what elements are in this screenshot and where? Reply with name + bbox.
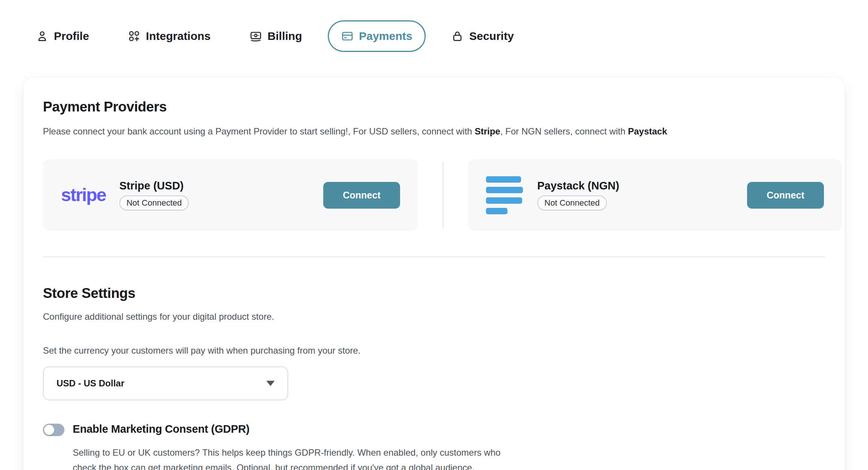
tab-label: Integrations (146, 30, 211, 43)
credit-card-icon (341, 30, 353, 42)
tab-label: Profile (54, 30, 89, 43)
section-divider (43, 256, 825, 257)
tab-billing[interactable]: Billing (250, 30, 302, 43)
store-settings-title: Store Settings (43, 285, 135, 301)
payment-providers-title: Payment Providers (43, 99, 167, 115)
status-badge: Not Connected (537, 195, 607, 211)
provider-card-stripe: stripe Stripe (USD) Not Connected Connec… (43, 159, 418, 231)
provider-name: Paystack (NGN) (537, 180, 619, 192)
tab-label: Payments (359, 30, 413, 43)
payment-providers-description: Please connect your bank account using a… (43, 126, 667, 137)
currency-select[interactable]: USD - US Dollar (43, 366, 288, 400)
tab-label: Security (469, 30, 513, 43)
grid-plus-icon (128, 30, 140, 42)
currency-selected-value: USD - US Dollar (57, 378, 124, 389)
marketing-consent-label: Enable Marketing Consent (GDPR) (73, 423, 249, 435)
status-badge: Not Connected (119, 195, 189, 211)
payments-settings-card: Payment Providers Please connect your ba… (23, 77, 845, 470)
tab-profile[interactable]: Profile (36, 30, 89, 43)
banknote-icon (250, 30, 262, 42)
provider-info: Stripe (USD) Not Connected (119, 180, 189, 211)
marketing-consent-description: Selling to EU or UK customers? This help… (73, 445, 519, 470)
provider-card-paystack: Paystack (NGN) Not Connected Connect (468, 159, 842, 231)
stripe-bold-text: Stripe (475, 126, 500, 136)
description-text: Please connect your bank account using a… (43, 126, 475, 136)
chevron-down-icon (266, 381, 275, 386)
provider-name: Stripe (USD) (119, 180, 189, 192)
tab-label: Billing (267, 30, 302, 43)
tab-integrations[interactable]: Integrations (128, 30, 211, 43)
user-icon (36, 30, 48, 42)
tab-security[interactable]: Security (451, 30, 513, 43)
settings-tabs: Profile Integrations Billing Payments (36, 20, 514, 52)
provider-info: Paystack (NGN) Not Connected (537, 180, 619, 211)
stripe-logo: stripe (61, 186, 106, 204)
marketing-consent-toggle[interactable] (43, 424, 64, 436)
connect-stripe-button[interactable]: Connect (323, 182, 400, 209)
provider-divider (443, 162, 443, 228)
paystack-bold-text: Paystack (628, 126, 667, 136)
lock-icon (451, 30, 463, 42)
paystack-logo (486, 176, 523, 214)
tab-payments[interactable]: Payments (328, 20, 426, 52)
currency-label: Set the currency your customers will pay… (43, 345, 361, 356)
description-text: , For NGN sellers, connect with (500, 126, 628, 136)
store-settings-subtitle: Configure additional settings for your d… (43, 311, 274, 322)
connect-paystack-button[interactable]: Connect (747, 182, 824, 209)
toggle-knob (44, 425, 54, 435)
